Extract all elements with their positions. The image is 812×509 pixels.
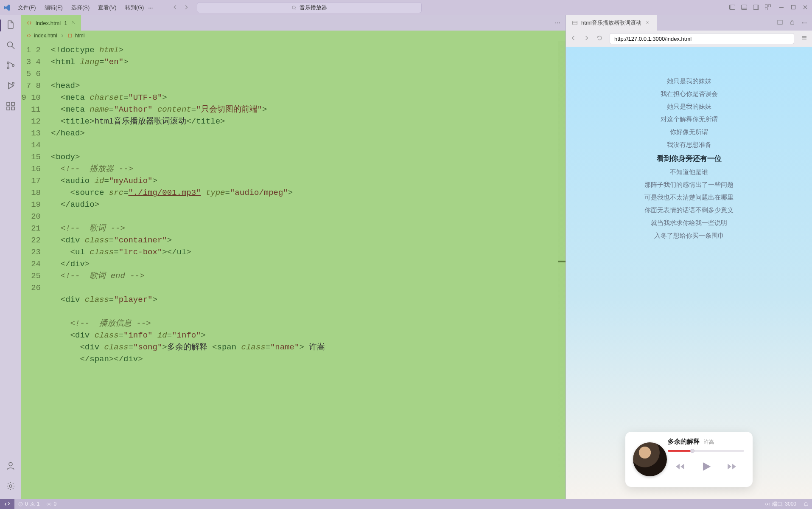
code-song-text: 多余的解释	[167, 343, 207, 352]
layout-sidebar-right-icon[interactable]	[753, 4, 759, 12]
svg-point-11	[8, 42, 13, 47]
preview-viewport: 她只是我的妹妹我在担心你是否误会她只是我的妹妹对这个解释你无所谓你好像无所谓我没…	[566, 47, 812, 499]
html-file-icon	[26, 20, 32, 26]
line-gutter: 1 2 3 4 5 6 7 8 9 10 11 12 13 14 15 16 1…	[21, 41, 47, 365]
editor-tab-index-html[interactable]: index.html 1	[21, 15, 81, 31]
svg-point-12	[7, 62, 9, 64]
account-icon[interactable]	[6, 461, 16, 472]
status-bar: 0 1 0 端口: 3000	[0, 499, 812, 509]
search-activity-icon[interactable]	[6, 40, 16, 52]
notifications-icon[interactable]	[800, 501, 812, 508]
svg-rect-6	[757, 5, 759, 9]
svg-point-13	[7, 67, 9, 69]
problems-status[interactable]: 0 1	[14, 501, 43, 507]
menu-view[interactable]: 查看(V)	[95, 2, 119, 13]
svg-rect-9	[765, 8, 768, 10]
progress-bar[interactable]	[668, 450, 744, 452]
prev-track-icon[interactable]	[675, 461, 686, 474]
menu-bar: 文件(F) 编辑(E) 选择(S) 查看(V) 转到(G)	[15, 2, 146, 13]
svg-point-0	[292, 6, 295, 9]
svg-rect-18	[11, 107, 14, 110]
window-minimize-icon[interactable]	[778, 4, 785, 12]
preview-tab[interactable]: html音乐播放器歌词滚动	[566, 15, 657, 31]
lyric-line: 你面无表情的话语不剩多少意义	[644, 206, 734, 214]
lyric-line: 入冬了想给你买一条围巾	[654, 232, 724, 240]
nav-back-icon[interactable]	[172, 4, 178, 11]
run-debug-icon[interactable]	[6, 81, 16, 93]
album-cover[interactable]	[633, 442, 667, 476]
source-control-icon[interactable]	[6, 60, 16, 72]
svg-point-14	[12, 65, 14, 67]
split-editor-icon[interactable]	[777, 19, 783, 27]
svg-point-15	[12, 82, 14, 84]
lyric-line: 我没有思想准备	[667, 141, 711, 149]
ports-status[interactable]: 0	[43, 501, 60, 507]
code-artist-text: 许嵩	[309, 343, 325, 352]
lyric-line: 她只是我的妹妹	[667, 103, 711, 111]
extensions-icon[interactable]	[6, 101, 16, 113]
player-song-title: 多余的解释	[668, 438, 700, 445]
html-file-icon	[26, 33, 31, 38]
title-bar: 文件(F) 编辑(E) 选择(S) 查看(V) 转到(G) ··· 音乐播放器	[0, 0, 812, 15]
svg-point-28	[767, 503, 768, 504]
svg-rect-16	[7, 102, 10, 105]
layout-customize-icon[interactable]	[764, 4, 771, 12]
port-label: 端口: 3000	[772, 501, 796, 508]
settings-gear-icon[interactable]	[6, 481, 16, 493]
preview-url-input[interactable]	[610, 33, 794, 44]
menu-goto[interactable]: 转到(G)	[123, 2, 147, 13]
breadcrumb[interactable]: index.html html	[21, 31, 566, 41]
menu-edit[interactable]: 编辑(E)	[42, 2, 65, 13]
preview-overflow-icon[interactable]: ···	[801, 19, 807, 27]
nav-forward-icon[interactable]	[183, 4, 189, 11]
next-track-icon[interactable]	[726, 461, 737, 474]
preview-panel: html音乐播放器歌词滚动 ··· 她只是我的妹妹我在担心你是否误会她只是我的妹…	[566, 15, 812, 499]
search-icon	[291, 5, 297, 11]
tab-modified-indicator: 1	[64, 20, 67, 26]
code-content[interactable]: <!doctype html> <html lang="en"> <head> …	[47, 41, 330, 365]
command-center-search[interactable]: 音乐播放器	[197, 2, 422, 13]
preview-tab-title: html音乐播放器歌词滚动	[581, 19, 641, 27]
lyric-line: 你好像无所谓	[670, 128, 708, 136]
preview-nav-bar	[566, 31, 812, 47]
activity-bar	[0, 15, 21, 499]
forwarded-ports-count: 0	[53, 501, 56, 507]
code-editor[interactable]: 1 2 3 4 5 6 7 8 9 10 11 12 13 14 15 16 1…	[21, 41, 566, 499]
menu-file[interactable]: 文件(F)	[15, 2, 39, 13]
window-close-icon[interactable]	[802, 4, 809, 12]
svg-rect-17	[7, 107, 10, 110]
window-maximize-icon[interactable]	[790, 4, 797, 12]
live-server-port[interactable]: 端口: 3000	[762, 501, 800, 508]
play-icon[interactable]	[699, 459, 713, 475]
main-area: index.html 1 ··· index.html html 1 2 3 4…	[0, 15, 812, 499]
preview-menu-icon[interactable]	[801, 34, 808, 43]
menu-overflow-icon[interactable]: ···	[148, 5, 153, 11]
player-artist: 许嵩	[704, 439, 714, 445]
svg-rect-4	[742, 8, 747, 10]
preview-tab-close-icon[interactable]	[645, 20, 651, 27]
tab-close-icon[interactable]	[70, 20, 76, 26]
lyric-line: 那阵子我们的感情出了一些问题	[644, 181, 734, 189]
svg-rect-2	[730, 5, 731, 9]
svg-rect-7	[765, 5, 768, 7]
explorer-icon[interactable]	[6, 20, 16, 31]
remote-indicator[interactable]	[0, 499, 14, 509]
lock-icon[interactable]	[789, 19, 795, 27]
breadcrumb-file[interactable]: index.html	[34, 33, 57, 39]
svg-point-27	[49, 503, 50, 504]
breadcrumb-node[interactable]: html	[75, 33, 85, 39]
lyric-line: 她只是我的妹妹	[667, 77, 711, 85]
layout-panel-bottom-icon[interactable]	[741, 4, 748, 12]
editor-actions-overflow-icon[interactable]: ···	[555, 19, 566, 27]
svg-rect-8	[768, 5, 771, 7]
preview-reload-icon[interactable]	[596, 35, 603, 43]
error-count: 0	[25, 501, 28, 507]
layout-sidebar-left-icon[interactable]	[729, 4, 736, 12]
preview-back-icon[interactable]	[570, 35, 577, 43]
minimap[interactable]	[558, 41, 566, 499]
editor-group: index.html 1 ··· index.html html 1 2 3 4…	[21, 15, 566, 499]
progress-knob[interactable]	[690, 449, 694, 453]
player-card: 多余的解释 许嵩	[625, 432, 753, 487]
menu-select[interactable]: 选择(S)	[69, 2, 92, 13]
preview-forward-icon[interactable]	[583, 35, 590, 43]
